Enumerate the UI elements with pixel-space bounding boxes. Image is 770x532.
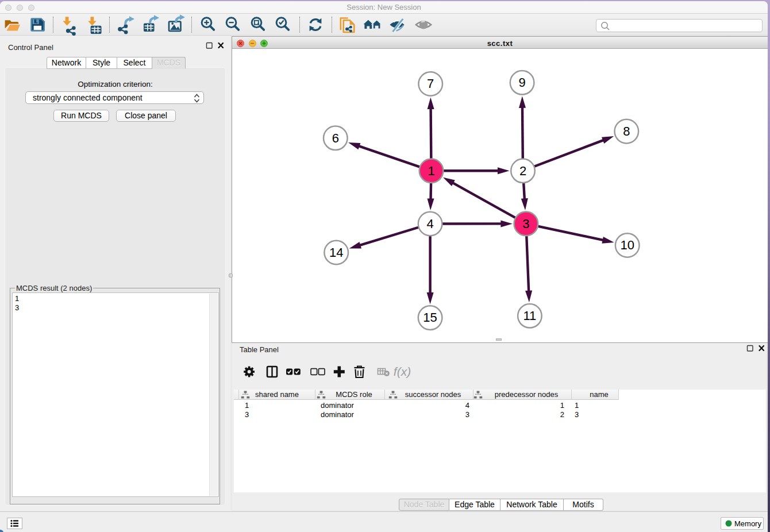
- svg-text:8: 8: [623, 124, 630, 138]
- svg-text:7: 7: [427, 76, 434, 91]
- svg-text:6: 6: [332, 131, 339, 145]
- svg-text:15: 15: [423, 310, 437, 325]
- svg-text:11: 11: [523, 309, 536, 323]
- svg-text:14: 14: [329, 245, 343, 260]
- svg-text:9: 9: [518, 75, 525, 90]
- svg-text:1: 1: [428, 164, 434, 178]
- svg-text:10: 10: [620, 238, 634, 252]
- svg-text:4: 4: [426, 217, 433, 231]
- svg-text:f(x): f(x): [394, 365, 411, 378]
- svg-text:2: 2: [519, 164, 526, 178]
- svg-text:3: 3: [522, 217, 529, 231]
